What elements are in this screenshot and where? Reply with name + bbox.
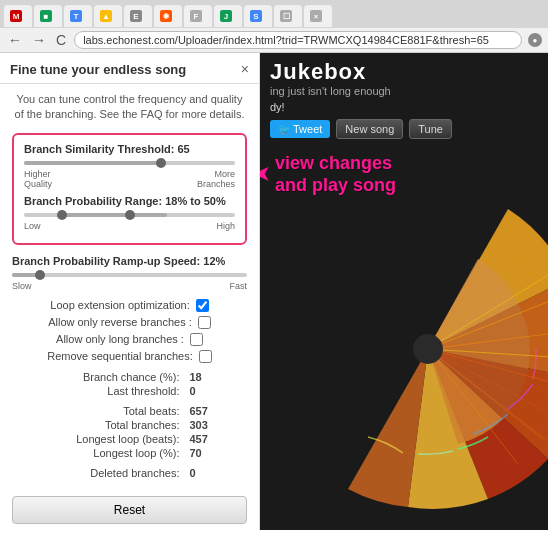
tab-close[interactable]: × [304,5,332,27]
drive-icon: ▲ [100,10,112,22]
tab-sheets1[interactable]: ■ [34,5,62,27]
probability-high-label: High [216,221,235,231]
left-panel: Fine tune your endless song × You can tu… [0,53,260,530]
tab-box[interactable]: ☐ [274,5,302,27]
tweet-label: Tweet [293,123,322,135]
stat-branch-chance: Branch chance (%): 18 [12,371,247,383]
chrome-icon: E [130,10,142,22]
rampup-track [12,273,247,277]
close-panel-button[interactable]: × [241,61,249,77]
stat-total-beats: Total beats: 657 [12,405,247,417]
stat-deleted-branches: Deleted branches: 0 [12,467,247,479]
panel-description: You can tune control the frequency and q… [12,92,247,123]
stat-last-threshold-value: 0 [190,385,220,397]
rampup-labels: Slow Fast [12,281,247,291]
annotation: ➤ view changesand play song [275,153,396,196]
similarity-labels: Higher Quality More Branches [24,169,235,189]
branch-rampup-slider[interactable]: Slow Fast [12,273,247,291]
f-icon: F [190,10,202,22]
forward-button[interactable]: → [30,32,48,48]
checkbox-sequential-branches[interactable]: Remove sequential branches: [12,350,247,363]
branch-probability-label: Branch Probability Range: 18% to 50% [24,195,235,207]
loop-extension-label: Loop extension optimization: [50,299,189,311]
reverse-branches-label: Allow only reverse branches : [48,316,192,328]
stat-longest-loop-beats-value: 457 [190,433,220,445]
stat-total-beats-label: Total beats: [40,405,180,417]
branch-probability-slider[interactable]: Low High [24,213,235,231]
stat-total-branches: Total branches: 303 [12,419,247,431]
reset-button[interactable]: Reset [12,496,247,524]
stat-branch-chance-label: Branch chance (%): [40,371,180,383]
probability-thumb1[interactable] [57,210,67,220]
loop-extension-checkbox[interactable] [196,299,209,312]
tab-soundcloud[interactable]: ◉ [154,5,182,27]
checkbox-loop-extension[interactable]: Loop extension optimization: [12,299,247,312]
close-tab-icon: × [310,10,322,22]
stats-section: Branch chance (%): 18 Last threshold: 0 … [12,371,247,479]
similarity-thumb[interactable] [156,158,166,168]
stat-last-threshold: Last threshold: 0 [12,385,247,397]
annotation-text: view changesand play song [275,153,396,196]
panel-header: Fine tune your endless song × [0,53,259,84]
refresh-button[interactable]: C [54,32,68,48]
checkbox-reverse-branches[interactable]: Allow only reverse branches : [12,316,247,329]
checkbox-long-branches[interactable]: Allow only long branches : [12,333,247,346]
annotation-arrow-icon: ➤ [260,161,271,187]
stat-branch-chance-value: 18 [190,371,220,383]
tab-f[interactable]: F [184,5,212,27]
sequential-branches-checkbox[interactable] [199,350,212,363]
main-area: Fine tune your endless song × You can tu… [0,53,548,530]
probability-thumb2[interactable] [125,210,135,220]
similarity-high-label: More Branches [197,169,235,189]
stat-longest-loop-beats-label: Longest loop (beats): [40,433,180,445]
tab-bar: M ■ T ▲ E ◉ F J S ☐ × [0,0,548,28]
long-branches-checkbox[interactable] [190,333,203,346]
stat-longest-loop-pct-value: 70 [190,447,220,459]
tweet-button[interactable]: 🐦 Tweet [270,120,330,138]
right-panel: Jukebox ing just isn't long enough dy! 🐦… [260,53,548,530]
tab-j[interactable]: J [214,5,242,27]
new-song-button[interactable]: New song [336,119,403,139]
branch-similarity-label: Branch Similarity Threshold: 65 [24,143,235,155]
back-button[interactable]: ← [6,32,24,48]
tune-button[interactable]: Tune [409,119,452,139]
probability-fill [62,213,168,217]
jukebox-subtitle2: dy! [270,101,538,113]
stat-total-branches-value: 303 [190,419,220,431]
tab-s[interactable]: S [244,5,272,27]
rampup-fast-label: Fast [229,281,247,291]
rampup-thumb[interactable] [35,270,45,280]
stat-total-beats-value: 657 [190,405,220,417]
box-icon: ☐ [280,10,292,22]
long-branches-label: Allow only long branches : [56,333,184,345]
tab-drive[interactable]: ▲ [94,5,122,27]
probability-track [24,213,235,217]
jukebox-subtitle: ing just isn't long enough [270,85,538,97]
probability-low-label: Low [24,221,41,231]
similarity-track [24,161,235,165]
reverse-branches-checkbox[interactable] [198,316,211,329]
sheets-icon: ■ [40,10,52,22]
jukebox-title: Jukebox [270,59,538,85]
jukebox-header: Jukebox ing just isn't long enough dy! 🐦… [260,53,548,149]
j-icon: J [220,10,232,22]
branch-similarity-slider[interactable]: Higher Quality More Branches [24,161,235,189]
jukebox-actions: 🐦 Tweet New song Tune [270,119,538,139]
rampup-slow-label: Slow [12,281,32,291]
tab-gmail[interactable]: M [4,5,32,27]
sunburst-svg [278,149,548,530]
probability-labels: Low High [24,221,235,231]
tab-e[interactable]: E [124,5,152,27]
address-input[interactable]: labs.echonest.com/Uploader/index.html?tr… [74,31,522,49]
soundcloud-icon: ◉ [160,10,172,22]
stat-longest-loop-pct: Longest loop (%): 70 [12,447,247,459]
docs-icon: T [70,10,82,22]
twitter-icon: 🐦 [278,124,290,135]
tab-t[interactable]: T [64,5,92,27]
sequential-branches-label: Remove sequential branches: [47,350,193,362]
stat-last-threshold-label: Last threshold: [40,385,180,397]
checkboxes-section: Loop extension optimization: Allow only … [12,299,247,363]
similarity-fill [24,161,161,165]
browser-chrome: M ■ T ▲ E ◉ F J S ☐ × ← [0,0,548,53]
panel-title: Fine tune your endless song [10,62,186,77]
